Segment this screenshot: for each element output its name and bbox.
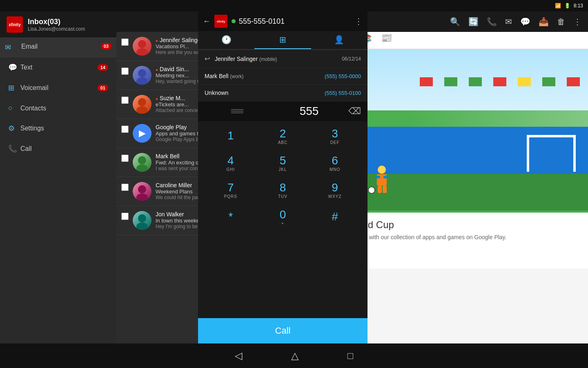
refresh-icon[interactable]: 🔄 — [468, 17, 479, 27]
more-menu-icon[interactable]: ⋮ — [573, 17, 581, 27]
email-sender-markbell: Mark Bell — [156, 153, 179, 159]
call-name-jennifer: Jennifer Salinger (mobile) — [215, 56, 339, 62]
svg-point-1 — [136, 48, 148, 56]
sidebar-item-settings[interactable]: ⚙ Settings — [0, 118, 116, 139]
sidebar-item-contacts[interactable]: ○ Contacts — [0, 98, 116, 118]
call-icon: 📞 — [8, 144, 20, 153]
email-sender-caroline: Caroline Miller — [156, 182, 192, 188]
sidebar-voicemail-label: Voicemail — [20, 84, 98, 92]
key-9[interactable]: 9WXYZ — [318, 178, 351, 202]
svg-point-7 — [136, 164, 148, 172]
email-checkbox-googleplay[interactable] — [121, 126, 129, 133]
sidebar-settings-label: Settings — [20, 125, 108, 132]
dialer-backspace-button[interactable]: ⌫ — [348, 106, 361, 117]
sidebar-email-label: Email — [21, 43, 97, 50]
key-3[interactable]: 3DEF — [318, 124, 351, 148]
sidebar-header: xfinity Inbox(03) Lisa.Jones@comcast.com — [0, 11, 116, 38]
svg-point-8 — [138, 185, 146, 193]
flags-row — [420, 77, 580, 99]
flag-green1 — [444, 77, 457, 86]
email-sender-jennifer: ●Jennifer Salinger — [156, 37, 203, 43]
sidebar-item-email[interactable]: ✉ Email 03 — [0, 38, 116, 57]
delete-icon[interactable]: 🗑 — [557, 17, 565, 27]
settings-icon: ⚙ — [8, 124, 20, 133]
svg-point-5 — [136, 106, 148, 114]
dialer-header: ← xfinity 555-555-0101 ⋮ — [198, 11, 368, 31]
key-7[interactable]: 7PQRS — [214, 178, 247, 202]
dialer-logo-text: xfinity — [217, 20, 225, 23]
avatar-caroline — [133, 182, 151, 201]
sidebar-header-text: Inbox(03) Lisa.Jones@comcast.com — [28, 18, 85, 32]
dialer-tab-recent[interactable]: 🕐 — [198, 31, 254, 49]
voicemail-badge: 01 — [98, 85, 108, 91]
avatar-david — [133, 66, 151, 85]
call-item-unknown[interactable]: Unknown (555) 555-0100 — [198, 85, 368, 101]
home-nav-button[interactable]: △ — [291, 350, 298, 361]
flag-red — [420, 77, 433, 86]
svg-point-2 — [138, 69, 146, 77]
svg-rect-17 — [383, 186, 387, 193]
sidebar-item-voicemail[interactable]: ⊞ Voicemail 01 — [0, 78, 116, 98]
sidebar-call-label: Call — [20, 145, 108, 153]
keypad-row-2: 4GHI 5JKL 6MNO — [205, 151, 361, 175]
compose-email-icon[interactable]: ✉ — [505, 17, 512, 27]
sidebar-item-text[interactable]: 💬 Text 14 — [0, 57, 116, 78]
flag-green2 — [469, 77, 482, 86]
search-icon[interactable]: 🔍 — [450, 17, 460, 27]
key-2[interactable]: 2ABC — [266, 124, 299, 148]
battery-icon: 🔋 — [564, 3, 570, 9]
call-date-jennifer: 06/12/14 — [342, 56, 361, 62]
flag-red3 — [567, 77, 580, 86]
dialer-overlay: ← xfinity 555-555-0101 ⋮ 🕐 ⊞ 👤 ↩ Jennife… — [198, 11, 368, 343]
dialer-phone-number: 555-555-0101 — [239, 17, 285, 26]
dialer-tab-contacts[interactable]: 👤 — [311, 31, 368, 49]
dialer-input-row: 555 ⌫ — [198, 101, 368, 121]
email-sender-david: ●David Sin... — [156, 66, 189, 72]
key-0[interactable]: 0+ — [266, 205, 299, 229]
bottom-nav: ◁ △ □ — [0, 343, 588, 368]
call-item-jennifer[interactable]: ↩ Jennifer Salinger (mobile) 06/12/14 — [198, 50, 368, 68]
keypad-row-1: 1 2ABC 3DEF — [205, 124, 361, 148]
dialer-menu-button[interactable]: ⋮ — [354, 16, 363, 26]
key-1[interactable]: 1 — [214, 124, 247, 148]
key-8[interactable]: 8TUV — [266, 178, 299, 202]
status-bar: 📶 🔋 8:13 — [0, 0, 588, 11]
download-icon[interactable]: 📥 — [539, 17, 549, 27]
call-button[interactable]: Call — [198, 318, 368, 343]
inbox-title: Inbox(03) — [28, 18, 85, 26]
svg-rect-15 — [383, 176, 388, 178]
svg-point-11 — [136, 222, 148, 230]
dialer-tabs: 🕐 ⊞ 👤 — [198, 31, 368, 50]
voicemail-icon: ⊞ — [8, 83, 20, 92]
svg-point-3 — [136, 77, 148, 85]
sidebar: xfinity Inbox(03) Lisa.Jones@comcast.com… — [0, 11, 116, 343]
call-item-markbell[interactable]: Mark Bell (work) (555) 555-0000 — [198, 68, 368, 85]
flag-yellow — [518, 77, 531, 86]
email-checkbox-markbell[interactable] — [121, 155, 129, 162]
text-icon: 💬 — [8, 63, 20, 72]
wifi-icon: 📶 — [555, 3, 561, 9]
key-4[interactable]: 4GHI — [214, 151, 247, 175]
svg-point-10 — [138, 214, 146, 222]
dialer-tab-keypad[interactable]: ⊞ — [254, 31, 311, 49]
recents-nav-button[interactable]: □ — [347, 350, 354, 361]
keypad-row-4: * 0+ # — [205, 205, 361, 229]
call-return-icon: ↩ — [205, 55, 210, 63]
sidebar-item-call[interactable]: 📞 Call — [0, 139, 116, 159]
call-top-icon[interactable]: 📞 — [487, 17, 497, 27]
dialer-back-button[interactable]: ← — [203, 17, 210, 26]
key-5[interactable]: 5JKL — [266, 151, 299, 175]
email-checkbox-caroline[interactable] — [121, 184, 129, 191]
call-history: ↩ Jennifer Salinger (mobile) 06/12/14 Ma… — [198, 50, 368, 101]
email-checkbox-david[interactable] — [121, 67, 129, 75]
key-hash[interactable]: # — [318, 205, 351, 229]
email-checkbox-jennifer[interactable] — [121, 38, 129, 46]
svg-point-12 — [378, 166, 386, 174]
key-star[interactable]: * — [214, 205, 247, 229]
compose-message-icon[interactable]: 💬 — [520, 17, 530, 27]
key-6[interactable]: 6MNO — [318, 151, 351, 175]
dialer-line-1 — [231, 109, 243, 110]
email-checkbox-jon[interactable] — [121, 213, 129, 220]
email-checkbox-suzie[interactable] — [121, 96, 129, 104]
back-nav-button[interactable]: ◁ — [235, 350, 242, 361]
